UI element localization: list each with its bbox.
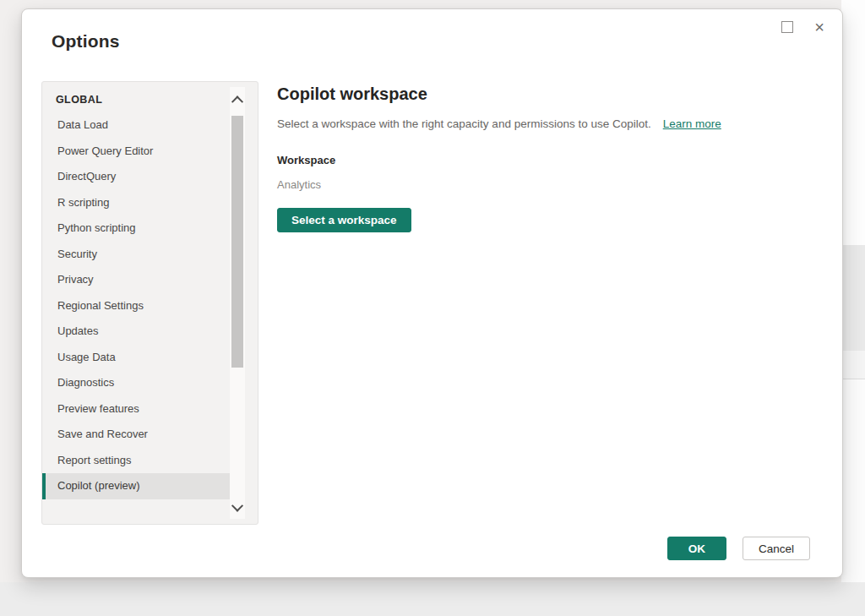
sidebar-item-report-settings[interactable]: Report settings — [42, 448, 231, 474]
sidebar-item-directquery[interactable]: DirectQuery — [42, 164, 231, 190]
sidebar-item-data-load[interactable]: Data Load — [42, 112, 231, 139]
scroll-down-button[interactable] — [230, 497, 245, 517]
sidebar-item-r-scripting[interactable]: R scripting — [42, 190, 231, 216]
settings-content: Copilot workspace Select a workspace wit… — [277, 81, 818, 232]
content-description: Select a workspace with the right capaci… — [277, 117, 818, 130]
chevron-up-icon — [231, 95, 243, 107]
ok-button[interactable]: OK — [667, 537, 726, 560]
sidebar-item-python-scripting[interactable]: Python scripting — [42, 215, 231, 242]
sidebar-item-save-and-recover[interactable]: Save and Recover — [42, 422, 231, 448]
maximize-button[interactable] — [778, 18, 797, 36]
sidebar-item-usage-data[interactable]: Usage Data — [42, 345, 231, 371]
scrollbar-thumb[interactable] — [231, 116, 243, 368]
chevron-down-icon — [231, 500, 243, 512]
window-controls: × — [778, 18, 829, 36]
sidebar-item-preview-features[interactable]: Preview features — [42, 396, 231, 422]
sidebar-item-updates[interactable]: Updates — [42, 319, 231, 345]
sidebar-item-power-query-editor[interactable]: Power Query Editor — [42, 139, 231, 165]
description-text: Select a workspace with the right capaci… — [277, 117, 651, 130]
scroll-up-button[interactable] — [230, 90, 245, 111]
sidebar-item-regional-settings[interactable]: Regional Settings — [42, 293, 231, 319]
sidebar-item-copilot-preview[interactable]: Copilot (preview) — [42, 473, 231, 499]
learn-more-link[interactable]: Learn more — [663, 117, 721, 130]
sidebar-section-label: GLOBAL — [42, 82, 258, 112]
background-app-sliver-bottom — [841, 379, 865, 582]
sidebar-item-diagnostics[interactable]: Diagnostics — [42, 370, 231, 396]
maximize-icon — [781, 21, 793, 33]
sidebar-item-privacy[interactable]: Privacy — [42, 267, 231, 293]
sidebar-items: Data LoadPower Query EditorDirectQueryR … — [42, 112, 231, 499]
cancel-button[interactable]: Cancel — [743, 537, 810, 560]
content-heading: Copilot workspace — [277, 84, 818, 104]
background-below-dialog — [0, 582, 865, 616]
select-workspace-button[interactable]: Select a workspace — [277, 208, 411, 232]
close-button[interactable]: × — [810, 18, 829, 36]
page-title: Options — [52, 31, 120, 52]
background-app-sliver-top — [841, 0, 865, 245]
options-dialog: × Options GLOBAL Data LoadPower Query Ed… — [21, 8, 843, 578]
background-app-sliver-band — [841, 245, 865, 351]
sidebar-scrollbar[interactable] — [230, 87, 245, 519]
screen: × Options GLOBAL Data LoadPower Query Ed… — [0, 0, 865, 616]
close-icon: × — [814, 19, 824, 35]
dialog-footer: OK Cancel — [667, 537, 810, 560]
workspace-value: Analytics — [277, 178, 818, 191]
workspace-label: Workspace — [277, 154, 818, 166]
sidebar-item-security[interactable]: Security — [42, 242, 231, 268]
background-app-sliver-subband — [841, 351, 865, 379]
settings-sidebar: GLOBAL Data LoadPower Query EditorDirect… — [41, 81, 258, 525]
